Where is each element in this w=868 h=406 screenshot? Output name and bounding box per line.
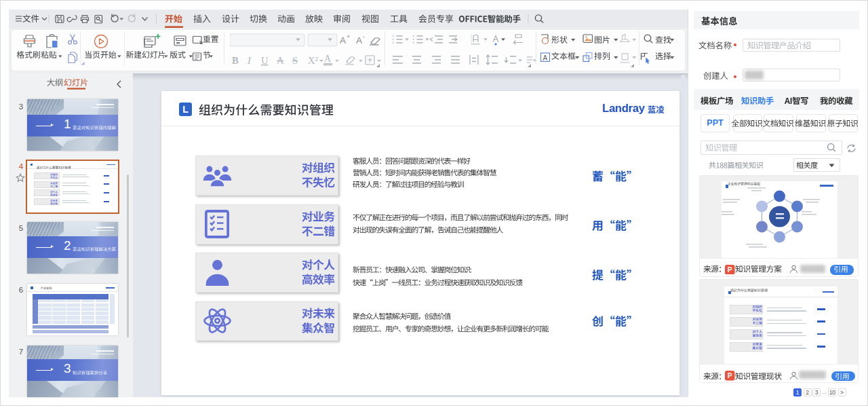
svg-text:P: P — [728, 372, 732, 380]
svg-text:P: P — [728, 266, 732, 274]
